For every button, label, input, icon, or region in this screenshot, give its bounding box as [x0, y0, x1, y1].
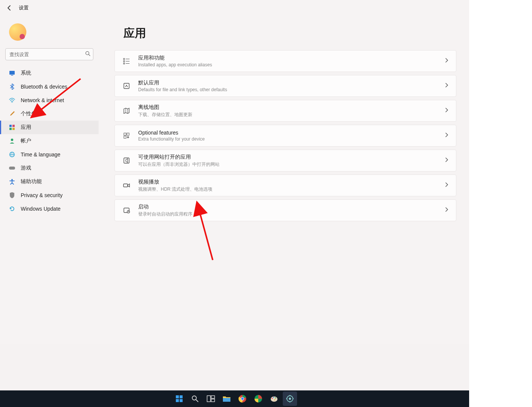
sidebar-item-8[interactable]: 辅助功能: [0, 175, 99, 188]
card-title: 默认应用: [138, 80, 437, 86]
page-title: 应用: [123, 26, 447, 41]
avatar[interactable]: [9, 23, 26, 41]
sidebar-item-9[interactable]: Privacy & security: [0, 188, 99, 202]
sidebar-item-label: Privacy & security: [21, 192, 62, 198]
gamepad-icon: [9, 165, 15, 171]
card-title: 可使用网站打开的应用: [138, 154, 437, 161]
card-title: 离线地图: [138, 104, 437, 111]
svg-rect-8: [12, 128, 15, 130]
sidebar-item-label: 帐户: [21, 138, 31, 144]
page-margin: [469, 0, 532, 407]
back-button[interactable]: [5, 4, 14, 12]
sidebar-item-label: 应用: [21, 124, 31, 131]
svg-point-50: [275, 398, 276, 399]
card-1[interactable]: 默认应用Defaults for file and link types, ot…: [114, 75, 456, 97]
svg-rect-3: [11, 75, 13, 76]
settings-icon[interactable]: [283, 392, 297, 406]
svg-rect-5: [9, 125, 12, 127]
chevron-right-icon: [445, 83, 448, 89]
chevron-right-icon: [445, 58, 448, 64]
apps-list-icon: [122, 57, 131, 65]
card-text: 离线地图下载、存储位置、地图更新: [138, 104, 437, 118]
svg-point-53: [289, 398, 291, 400]
search-input[interactable]: [5, 48, 93, 60]
card-title: 启动: [138, 204, 437, 210]
chevron-right-icon: [445, 132, 448, 139]
monitor-icon: [9, 70, 15, 77]
header: 设置: [0, 0, 469, 16]
card-text: 应用和功能Installed apps, app execution alias…: [138, 55, 437, 67]
sidebar-item-6[interactable]: Time & language: [0, 148, 99, 161]
sidebar-item-4[interactable]: 应用: [0, 121, 99, 134]
card-subtitle: 可以在应用（而非浏览器）中打开的网站: [138, 161, 437, 168]
startup-icon: [122, 206, 131, 214]
sidebar-item-label: 个性化: [21, 110, 37, 117]
sidebar-item-0[interactable]: 系统: [0, 66, 99, 80]
card-0[interactable]: 应用和功能Installed apps, app execution alias…: [114, 50, 456, 72]
card-text: Optional featuresExtra functionality for…: [138, 130, 437, 142]
card-title: Optional features: [138, 130, 437, 136]
chevron-right-icon: [445, 107, 448, 114]
chevron-right-icon: [445, 182, 448, 189]
card-subtitle: Extra functionality for your device: [138, 136, 437, 142]
back-arrow-icon: [6, 5, 12, 11]
bluetooth-icon: [9, 83, 15, 90]
svg-point-51: [274, 399, 276, 401]
shield-icon: [9, 192, 15, 199]
settings-window: 设置 系统Bluetooth & devicesNetwork & intern…: [0, 0, 469, 344]
card-6[interactable]: 启动登录时自动启动的应用程序: [114, 199, 456, 221]
sidebar-item-7[interactable]: 游戏: [0, 161, 99, 175]
taskview-icon[interactable]: [204, 392, 218, 406]
websites-icon: [122, 156, 131, 165]
sidebar-item-3[interactable]: 个性化: [0, 107, 99, 121]
start-icon[interactable]: [172, 392, 186, 406]
card-2[interactable]: 离线地图下载、存储位置、地图更新: [114, 100, 456, 122]
header-title: 设置: [19, 5, 29, 11]
sidebar: 系统Bluetooth & devicesNetwork & internet个…: [0, 17, 99, 344]
card-title: 视频播放: [138, 179, 437, 185]
svg-rect-33: [176, 395, 179, 398]
svg-rect-40: [211, 396, 215, 398]
svg-rect-42: [223, 398, 230, 402]
svg-rect-34: [180, 395, 183, 398]
svg-rect-28: [123, 184, 128, 187]
sidebar-item-2[interactable]: Network & internet: [0, 93, 99, 107]
sidebar-item-1[interactable]: Bluetooth & devices: [0, 80, 99, 93]
edge-icon[interactable]: [251, 392, 265, 406]
chrome-icon[interactable]: [235, 392, 250, 406]
explorer-icon[interactable]: [220, 392, 234, 406]
sidebar-item-label: Network & internet: [21, 97, 64, 103]
svg-rect-7: [9, 128, 12, 130]
sidebar-item-10[interactable]: Windows Update: [0, 202, 99, 216]
card-title: 应用和功能: [138, 55, 437, 61]
sidebar-item-5[interactable]: 帐户: [0, 134, 99, 148]
update-icon: [9, 205, 15, 212]
user-icon: [9, 138, 15, 144]
card-subtitle: Defaults for file and link types, other …: [138, 87, 437, 92]
svg-point-4: [12, 102, 12, 103]
defaults-icon: [122, 82, 131, 90]
svg-point-49: [273, 397, 274, 398]
svg-rect-21: [124, 83, 129, 89]
card-3[interactable]: Optional featuresExtra functionality for…: [114, 125, 456, 147]
chevron-right-icon: [445, 157, 448, 164]
sidebar-item-label: Windows Update: [21, 206, 61, 212]
sidebar-item-label: Time & language: [21, 151, 60, 158]
sidebar-item-label: 辅助功能: [21, 178, 42, 185]
search-icon[interactable]: [188, 392, 202, 406]
svg-rect-13: [9, 167, 15, 170]
svg-rect-15: [123, 58, 125, 60]
svg-point-45: [241, 398, 244, 400]
svg-rect-17: [123, 63, 125, 64]
card-5[interactable]: 视频播放视频调整、HDR 流式处理、电池选项: [114, 174, 456, 196]
svg-rect-6: [12, 125, 15, 127]
card-subtitle: 登录时自动启动的应用程序: [138, 211, 437, 217]
paint-icon[interactable]: [267, 392, 281, 406]
card-4[interactable]: 可使用网站打开的应用可以在应用（而非浏览器）中打开的网站: [114, 150, 456, 171]
taskbar: [0, 390, 469, 407]
svg-point-48: [272, 398, 273, 399]
chevron-right-icon: [445, 207, 448, 214]
svg-rect-41: [211, 399, 215, 402]
svg-rect-26: [124, 136, 126, 138]
sidebar-item-label: 游戏: [21, 165, 31, 171]
